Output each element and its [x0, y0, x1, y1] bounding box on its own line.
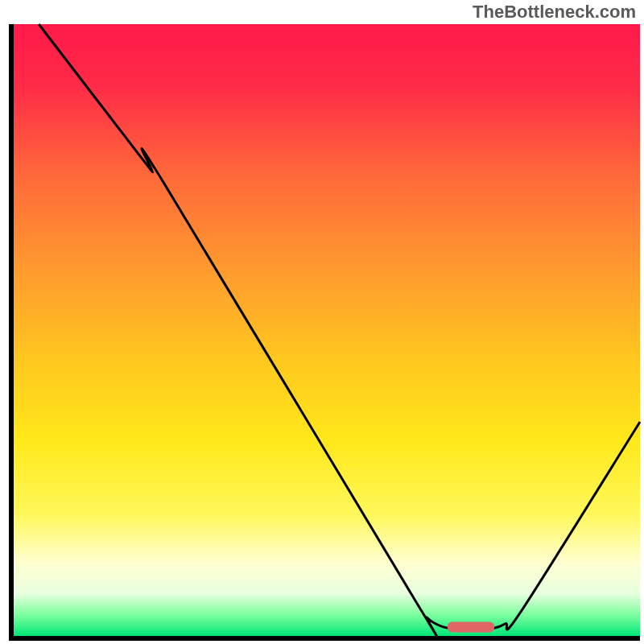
optimal-marker [448, 622, 494, 633]
axis-left [9, 24, 14, 641]
watermark-label: TheBottleneck.com [473, 2, 636, 23]
plot-background [14, 24, 640, 636]
chart-svg [0, 0, 644, 644]
bottleneck-chart: TheBottleneck.com [0, 0, 644, 644]
axis-bottom [9, 636, 640, 641]
